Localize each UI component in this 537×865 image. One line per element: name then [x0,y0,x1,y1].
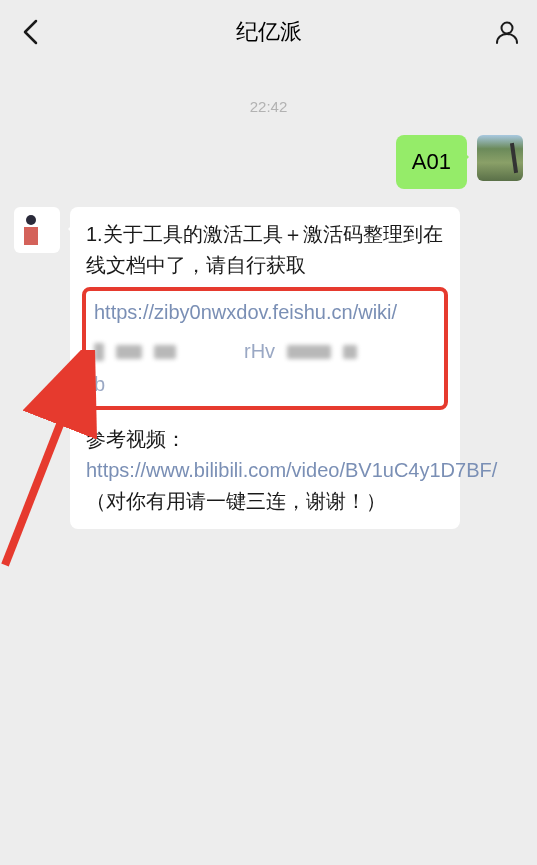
incoming-message-row: 1.关于工具的激活工具＋激活码整理到在线文档中了，请自行获取 https://z… [14,207,523,529]
visible-fragment: rHv [244,336,275,367]
bilibili-link[interactable]: https://www.bilibili.com/video/BV1uC4y1D… [86,459,497,481]
feishu-link[interactable]: https://ziby0nwxdov.feishu.cn/wiki/ [94,301,397,323]
redacted-fragment [94,343,104,361]
outgoing-text: A01 [412,149,451,174]
highlighted-link-box: https://ziby0nwxdov.feishu.cn/wiki/ rHv … [82,287,448,410]
outgoing-bubble[interactable]: A01 [396,135,467,189]
redacted-fragment [287,345,331,359]
person-icon [494,19,520,45]
redacted-fragment [116,345,142,359]
back-button[interactable] [14,16,46,48]
chevron-left-icon [22,19,38,45]
reference-label: 参考视频： [86,428,186,450]
message-tail: （对你有用请一键三连，谢谢！） [86,490,386,512]
chat-area: 22:42 A01 1.关于工具的激活工具＋激活码整理到在线文档中了，请自行获取… [0,64,537,557]
contact-button[interactable] [491,16,523,48]
visible-fragment2: b [94,373,105,395]
redacted-row1: rHv [94,336,436,367]
timestamp: 22:42 [14,98,523,115]
chat-title: 纪亿派 [236,17,302,47]
redacted-fragment [343,345,357,359]
svg-point-0 [502,23,513,34]
chat-header: 纪亿派 [0,0,537,64]
outgoing-message-row: A01 [14,135,523,189]
redacted-fragment [154,345,176,359]
my-avatar[interactable] [477,135,523,181]
incoming-bubble[interactable]: 1.关于工具的激活工具＋激活码整理到在线文档中了，请自行获取 https://z… [70,207,460,529]
reference-block: 参考视频：https://www.bilibili.com/video/BV1u… [86,424,444,517]
message-line1: 1.关于工具的激活工具＋激活码整理到在线文档中了，请自行获取 [86,223,443,276]
sender-avatar[interactable] [14,207,60,253]
